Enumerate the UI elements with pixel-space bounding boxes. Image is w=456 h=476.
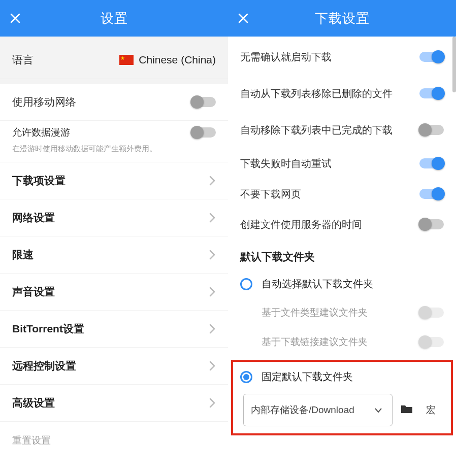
toggle-label: 无需确认就启动下载: [240, 50, 419, 64]
toggle-auto-retry[interactable]: [419, 158, 444, 168]
radio-label: 固定默认下载文件夹: [262, 370, 353, 384]
toggle-no-download-webpage[interactable]: [419, 189, 444, 199]
chevron-right-icon: [209, 175, 216, 186]
folder-path-input[interactable]: 内部存储设备/Download: [243, 394, 393, 426]
toggle-auto-remove-completed[interactable]: [419, 125, 444, 135]
toggle-server-time[interactable]: [419, 219, 444, 229]
mobile-network-row[interactable]: 使用移动网络: [0, 84, 228, 121]
nav-label: 下载项设置: [12, 174, 209, 188]
language-label: 语言: [12, 53, 119, 67]
nav-remote[interactable]: 远程控制设置: [0, 348, 228, 385]
nav-downloads[interactable]: 下载项设置: [0, 162, 228, 199]
fixed-folder-highlight: 固定默认下载文件夹 内部存储设备/Download 宏: [231, 360, 453, 435]
reset-settings[interactable]: 重置设置: [0, 422, 228, 459]
toggle-label: 自动移除下载列表中已完成的下载: [240, 123, 419, 137]
folder-path-row: 内部存储设备/Download 宏: [238, 389, 446, 426]
radio-icon: [240, 278, 252, 290]
close-icon[interactable]: [237, 12, 249, 24]
nav-label: 网络设置: [12, 211, 209, 225]
default-folder-section-title: 默认下载文件夹: [228, 240, 456, 270]
settings-pane: 设置 语言 Chinese (China) 使用移动网络 允许数据漫游 在漫游: [0, 0, 228, 476]
left-title: 设置: [0, 10, 228, 27]
chevron-right-icon: [209, 212, 216, 223]
chevron-right-icon: [209, 249, 216, 260]
toggle-row-server-time[interactable]: 创建文件使用服务器的时间: [228, 209, 456, 240]
toggle-label: 不要下载网页: [240, 187, 419, 201]
folder-icon[interactable]: [401, 404, 413, 416]
toggle-label: 创建文件使用服务器的时间: [240, 217, 419, 231]
mobile-network-label: 使用移动网络: [12, 95, 191, 109]
nav-bittorrent[interactable]: BitTorrent设置: [0, 311, 228, 348]
toggle-row-auto-remove-deleted[interactable]: 自动从下载列表移除已删除的文件: [228, 75, 456, 112]
close-icon[interactable]: [9, 12, 21, 24]
language-value: Chinese (China): [139, 54, 216, 66]
folder-path-text: 内部存储设备/Download: [251, 404, 372, 417]
nav-label: 声音设置: [12, 285, 209, 299]
radio-fixed-folder[interactable]: 固定默认下载文件夹: [238, 367, 446, 389]
toggle-row-no-download-webpage[interactable]: 不要下载网页: [228, 179, 456, 209]
radio-auto-folder[interactable]: 自动选择默认下载文件夹: [228, 270, 456, 298]
toggle-label: 自动从下载列表移除已删除的文件: [240, 86, 419, 100]
china-flag-icon: [119, 55, 134, 65]
roaming-row[interactable]: 允许数据漫游 在漫游时使用移动数据可能产生额外费用。: [0, 121, 228, 162]
roaming-hint: 在漫游时使用移动数据可能产生额外费用。: [12, 144, 157, 154]
chevron-right-icon: [209, 286, 216, 297]
nav-label: 高级设置: [12, 396, 209, 410]
download-settings-pane: 下载设置 无需确认就启动下载 自动从下载列表移除已删除的文件 自动移除下载列表中…: [228, 0, 456, 476]
left-header: 设置: [0, 0, 228, 37]
toggle-auto-remove-deleted[interactable]: [419, 88, 444, 98]
nav-label: 限速: [12, 248, 209, 262]
left-content: 语言 Chinese (China) 使用移动网络 允许数据漫游 在漫游时使用移…: [0, 37, 228, 476]
roaming-toggle[interactable]: [191, 127, 216, 138]
toggle-row-start-no-confirm[interactable]: 无需确认就启动下载: [228, 39, 456, 75]
radio-label: 自动选择默认下载文件夹: [262, 277, 373, 291]
toggle-start-no-confirm[interactable]: [419, 52, 444, 62]
sub-option-label: 基于下载链接建议文件夹: [262, 335, 419, 349]
radio-icon: [240, 371, 252, 383]
sub-option-by-type: 基于文件类型建议文件夹: [228, 298, 456, 327]
scrollbar[interactable]: [452, 37, 456, 92]
nav-speed[interactable]: 限速: [0, 236, 228, 274]
mobile-network-toggle[interactable]: [191, 97, 216, 107]
right-title: 下载设置: [228, 10, 456, 27]
caret-down-icon[interactable]: [372, 404, 385, 416]
right-content: 无需确认就启动下载 自动从下载列表移除已删除的文件 自动移除下载列表中已完成的下…: [228, 37, 456, 476]
toggle-by-link: [419, 337, 444, 347]
macro-button[interactable]: 宏: [421, 403, 441, 417]
toggle-row-auto-remove-completed[interactable]: 自动移除下载列表中已完成的下载: [228, 112, 456, 148]
nav-advanced[interactable]: 高级设置: [0, 385, 228, 422]
toggle-by-type: [419, 308, 444, 318]
right-header: 下载设置: [228, 0, 456, 37]
nav-network[interactable]: 网络设置: [0, 199, 228, 236]
roaming-label: 允许数据漫游: [12, 126, 191, 139]
chevron-right-icon: [209, 360, 216, 371]
reset-label: 重置设置: [12, 434, 51, 447]
toggle-label: 下载失败时自动重试: [240, 156, 419, 171]
nav-label: 远程控制设置: [12, 359, 209, 373]
chevron-right-icon: [209, 323, 216, 334]
toggle-row-auto-retry[interactable]: 下载失败时自动重试: [228, 148, 456, 179]
chevron-right-icon: [209, 397, 216, 409]
nav-sound[interactable]: 声音设置: [0, 274, 228, 311]
sub-option-label: 基于文件类型建议文件夹: [262, 306, 419, 319]
sub-option-by-link: 基于下载链接建议文件夹: [228, 327, 456, 357]
language-row[interactable]: 语言 Chinese (China): [0, 42, 228, 79]
nav-label: BitTorrent设置: [12, 322, 209, 336]
